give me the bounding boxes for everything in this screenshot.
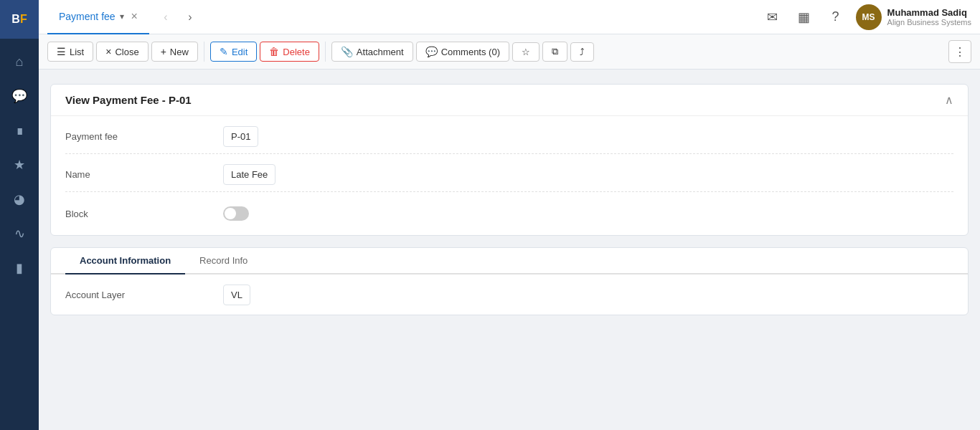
edit-icon: ✎ <box>220 46 228 57</box>
more-options-button[interactable]: ⋮ <box>948 40 971 63</box>
tabs-card: Account Information Record Info Account … <box>50 247 969 315</box>
sidebar-icon-grid[interactable]: ∎ <box>5 116 34 145</box>
attachment-label: Attachment <box>357 47 404 57</box>
block-label: Block <box>65 209 223 219</box>
content-area: View Payment Fee - P-01 ∧ Payment fee P-… <box>39 70 980 430</box>
payment-fee-value: P-01 <box>223 130 953 142</box>
star-button[interactable]: ☆ <box>512 42 540 62</box>
tab-account-information[interactable]: Account Information <box>65 248 185 274</box>
tabs-bar: Account Information Record Info <box>51 248 968 274</box>
logo-f: F <box>20 13 27 26</box>
share-icon: ⤴ <box>580 47 585 57</box>
tab-account-information-label: Account Information <box>80 255 171 266</box>
sidebar-icon-home[interactable]: ⌂ <box>5 47 34 76</box>
copy-button[interactable]: ⧉ <box>542 42 567 62</box>
new-plus-icon: + <box>161 46 166 57</box>
payment-fee-row: Payment fee P-01 <box>65 130 953 154</box>
topbar: Payment fee ▾ × ‹ › ✉ ▦ ? MS Muhammad Sa… <box>39 0 980 34</box>
toolbar-divider-2 <box>325 42 326 62</box>
comments-icon: 💬 <box>425 46 438 57</box>
list-icon: ☰ <box>57 46 66 57</box>
more-icon: ⋮ <box>954 45 966 59</box>
list-label: List <box>70 47 84 57</box>
tab-content-account-information: Account Layer VL <box>51 274 968 315</box>
name-value: Late Fee <box>223 168 953 180</box>
toolbar: ☰ List × Close + New ✎ Edit 🗑 Delete 📎 A… <box>39 34 980 70</box>
delete-label: Delete <box>283 47 310 57</box>
main-area: Payment fee ▾ × ‹ › ✉ ▦ ? MS Muhammad Sa… <box>39 0 980 430</box>
user-name: Muhammad Sadiq <box>887 7 971 18</box>
sidebar-icon-pulse[interactable]: ∿ <box>5 219 34 248</box>
user-details: Muhammad Sadiq Align Business Systems <box>887 7 971 27</box>
sidebar-icon-bar[interactable]: ▮ <box>5 254 34 282</box>
payment-fee-input[interactable]: P-01 <box>223 126 258 147</box>
toolbar-divider-1 <box>204 42 204 62</box>
user-profile[interactable]: MS Muhammad Sadiq Align Business Systems <box>856 4 971 30</box>
tab-close-button[interactable]: × <box>131 10 138 23</box>
user-company: Align Business Systems <box>887 18 971 27</box>
edit-label: Edit <box>232 47 248 57</box>
account-layer-row: Account Layer VL <box>65 289 953 300</box>
nav-forward-button[interactable]: › <box>179 6 201 28</box>
copy-icon: ⧉ <box>552 46 558 57</box>
topbar-right: ✉ ▦ ? MS Muhammad Sadiq Align Business S… <box>761 4 971 30</box>
edit-button[interactable]: ✎ Edit <box>210 42 257 62</box>
sidebar: BF ⌂ 💬 ∎ ★ ◕ ∿ ▮ <box>0 0 39 430</box>
name-input[interactable]: Late Fee <box>223 164 275 185</box>
sidebar-icon-pie[interactable]: ◕ <box>5 185 34 214</box>
account-layer-label: Account Layer <box>65 290 223 300</box>
account-layer-value: VL <box>223 289 953 300</box>
comments-label: Comments (0) <box>441 47 500 57</box>
delete-button[interactable]: 🗑 Delete <box>260 42 319 62</box>
attachment-button[interactable]: 📎 Attachment <box>331 42 413 62</box>
close-icon: × <box>105 46 111 57</box>
tab-label: Payment fee <box>59 11 116 22</box>
card-title: View Payment Fee - P-01 <box>65 94 192 106</box>
mail-icon[interactable]: ✉ <box>761 6 784 29</box>
name-label: Name <box>65 169 223 180</box>
topbar-left: Payment fee ▾ × ‹ › <box>47 0 207 34</box>
block-toggle[interactable] <box>223 206 249 221</box>
share-button[interactable]: ⤴ <box>570 42 594 62</box>
list-button[interactable]: ☰ List <box>47 42 93 62</box>
new-label: New <box>170 47 189 57</box>
comments-button[interactable]: 💬 Comments (0) <box>416 42 509 62</box>
nav-back-button[interactable]: ‹ <box>155 6 176 28</box>
tab-record-info[interactable]: Record Info <box>185 248 262 274</box>
avatar-initials: MS <box>862 12 875 22</box>
card-collapse-button[interactable]: ∧ <box>945 93 953 107</box>
payment-fee-label: Payment fee <box>65 131 223 142</box>
sidebar-icon-star[interactable]: ★ <box>5 150 34 179</box>
close-label: Close <box>115 47 138 57</box>
account-layer-input[interactable]: VL <box>223 285 250 305</box>
main-card: View Payment Fee - P-01 ∧ Payment fee P-… <box>50 84 969 236</box>
block-value <box>223 206 953 221</box>
chart-icon[interactable]: ▦ <box>793 6 816 29</box>
new-button[interactable]: + New <box>151 42 198 62</box>
tab-dropdown-icon[interactable]: ▾ <box>120 11 124 22</box>
active-tab[interactable]: Payment fee ▾ × <box>47 0 149 34</box>
sidebar-icon-chat[interactable]: 💬 <box>5 82 34 110</box>
tab-record-info-label: Record Info <box>199 255 248 266</box>
attachment-icon: 📎 <box>341 46 353 57</box>
logo-b: B <box>11 13 20 26</box>
card-body: Payment fee P-01 Name Late Fee Block <box>51 116 968 235</box>
close-button[interactable]: × Close <box>96 42 148 62</box>
delete-icon: 🗑 <box>269 46 279 57</box>
star-icon: ☆ <box>522 47 530 57</box>
name-row: Name Late Fee <box>65 168 953 192</box>
help-icon[interactable]: ? <box>824 6 847 29</box>
block-row: Block <box>65 206 953 221</box>
app-logo[interactable]: BF <box>0 0 39 39</box>
card-header: View Payment Fee - P-01 ∧ <box>51 85 968 116</box>
avatar: MS <box>856 4 882 30</box>
